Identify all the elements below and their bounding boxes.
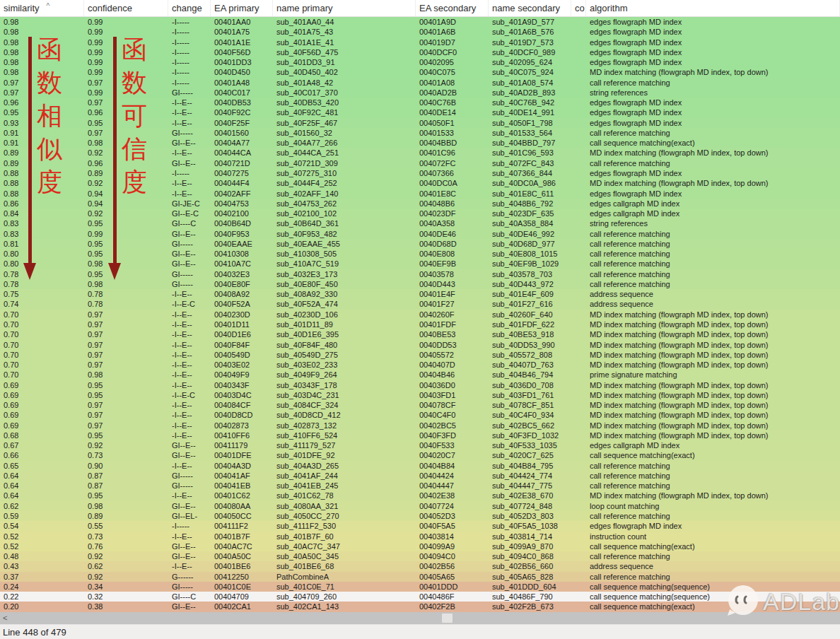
comments-cell	[571, 561, 586, 571]
ea-secondary-cell: 00403814	[416, 532, 489, 541]
table-row[interactable]: 0.800.98GI--E--00410A7Csub_410A7C_519004…	[0, 259, 840, 269]
ea-secondary-cell: 00401FDF	[416, 320, 489, 329]
table-row[interactable]: 0.700.98-I--E--004049F9sub_4049F9_264004…	[0, 370, 840, 380]
ea-secondary-cell: 0040486F	[416, 592, 489, 602]
ea-primary-cell: 00401A75	[211, 27, 273, 37]
column-header-name-primary[interactable]: name primary	[273, 0, 416, 16]
ea-secondary-cell: 00401F27	[416, 299, 489, 309]
table-row[interactable]: 0.670.92GI--E--00411179sub_411179_527004…	[0, 440, 840, 450]
table-row[interactable]: 0.840.92GI--E-C00402100sub_402100_102004…	[0, 209, 840, 218]
table-row[interactable]: 0.200.38GI--E--00402CA1sub_402CA1_143004…	[0, 602, 840, 611]
ea-secondary-cell: 004023DF	[416, 209, 489, 218]
table-row[interactable]: 0.860.94GI-JE-C00404753sub_404753_262004…	[0, 199, 840, 209]
table-row[interactable]: 0.430.62-I--E--00401BE6sub_401BE6_680040…	[0, 561, 840, 571]
ea-secondary-cell: 00402B56	[416, 561, 489, 571]
similarity-cell: 0.64	[0, 481, 84, 491]
table-row[interactable]: 0.590.89GI--EL-004050CCsub_4050CC_270004…	[0, 511, 840, 521]
name-primary-cell: sub_40F953_482	[273, 229, 416, 239]
table-row[interactable]: 0.740.78-I--E-C0040F52Asub_40F52A_474004…	[0, 299, 840, 309]
table-row[interactable]: 0.690.97-I--E--004084CFsub_4084CF_324004…	[0, 400, 840, 410]
table-row[interactable]: 0.700.97-I--E--00403E02sub_403E02_233004…	[0, 360, 840, 370]
change-cell: GI--E--	[168, 602, 211, 611]
column-header-ea-primary[interactable]: EA primary	[211, 0, 273, 16]
table-row[interactable]: 0.480.92GI--E--0040A50Csub_40A50C_345004…	[0, 551, 840, 561]
confidence-cell: 0.97	[84, 400, 168, 410]
scroll-left-arrow-icon[interactable]: <	[3, 613, 7, 623]
table-row[interactable]: 0.810.95GI-----0040EAAEsub_40EAAE_455004…	[0, 239, 840, 249]
table-row[interactable]: 0.520.73-I--E--00401B7Fsub_401B7F_600040…	[0, 532, 840, 541]
name-primary-cell: sub_401BE6_68	[273, 561, 416, 571]
change-cell: GI--E--	[168, 551, 211, 561]
algorithm-cell: call sequence matching(sequence)	[586, 582, 840, 592]
table-row[interactable]: 0.640.95-I--E--00401C62sub_401C62_780040…	[0, 491, 840, 500]
algorithm-cell: MD index matching (flowgraph MD index, t…	[586, 410, 840, 420]
table-row[interactable]: 0.800.95GI--E--00410308sub_410308_505004…	[0, 249, 840, 259]
similarity-cell: 0.70	[0, 310, 84, 320]
change-cell: -I--E--	[168, 118, 211, 128]
table-row[interactable]: 0.370.92G------00412250PathCombineA00405…	[0, 572, 840, 582]
horizontal-scrollbar[interactable]: <	[0, 612, 840, 624]
column-header-name-secondary[interactable]: name secondary	[489, 0, 571, 16]
table-row[interactable]: 0.540.55-I-----004111F2sub_4111F2_530004…	[0, 521, 840, 531]
table-row[interactable]: 0.780.98GI-----0040E80Fsub_40E80F_450004…	[0, 279, 840, 289]
table-row[interactable]: 0.700.97-I--E--0040F84Fsub_40F84F_480004…	[0, 340, 840, 350]
column-header-confidence[interactable]: confidence	[84, 0, 168, 16]
table-row[interactable]: 0.650.90-I--E--00404A3Dsub_404A3D_265004…	[0, 461, 840, 471]
ea-primary-cell: 00401AA0	[211, 17, 273, 27]
table-row[interactable]: 0.830.95GI----C0040B64Dsub_40B64D_361004…	[0, 218, 840, 228]
column-header-change[interactable]: change	[168, 0, 211, 16]
table-row[interactable]: 0.520.76GI--E--0040AC7Csub_40AC7C_347004…	[0, 541, 840, 551]
comments-cell	[571, 138, 586, 148]
change-cell: -I--E--	[168, 491, 211, 500]
table-row[interactable]: 0.700.97-I--E--0040549Dsub_40549D_275004…	[0, 350, 840, 360]
column-header-ea-secondary[interactable]: EA secondary	[416, 0, 489, 16]
similarity-cell: 0.80	[0, 249, 84, 259]
algorithm-cell: MD index matching (flowgraph MD index, t…	[586, 148, 840, 158]
ea-primary-cell: 0040D1E6	[211, 329, 273, 339]
column-header-comments[interactable]: co	[571, 0, 586, 16]
table-row[interactable]: 0.830.99GI--E--0040F953sub_40F953_482004…	[0, 229, 840, 239]
algorithm-cell: MD index matching (flowgraph MD index, t…	[586, 178, 840, 188]
change-cell: GI-----	[168, 128, 211, 138]
table-row[interactable]: 0.690.95-I--E--0040343Fsub_40343F_178004…	[0, 380, 840, 390]
table-row[interactable]: 0.660.73GI--E--00401DFEsub_401DFE_920040…	[0, 450, 840, 460]
table-row[interactable]: 0.690.97-I--E--00402873sub_402873_132004…	[0, 421, 840, 430]
change-cell: -I--E--	[168, 410, 211, 420]
column-header-algorithm[interactable]: algorithm	[586, 0, 840, 16]
table-row[interactable]: 0.690.97-I--E--0040D8CDsub_40D8CD_412004…	[0, 410, 840, 420]
column-header-similarity[interactable]: similarity ^	[0, 0, 84, 16]
name-primary-cell: sub_40721D_309	[273, 158, 416, 168]
table-row[interactable]: 0.750.78-I--E--00408A92sub_408A92_330004…	[0, 289, 840, 299]
status-line-indicator: Line 448 of 479	[3, 627, 66, 638]
similarity-cell: 0.65	[0, 461, 84, 471]
ea-secondary-cell: 0040AD2B	[416, 88, 489, 98]
table-row[interactable]: 0.640.87GI-----004041EBsub_4041EB_245004…	[0, 481, 840, 491]
table-row[interactable]: 0.690.95-I--E-C00403D4Csub_403D4C_231004…	[0, 390, 840, 400]
algorithm-cell: MD index matching (flowgraph MD index, t…	[586, 310, 840, 320]
ea-primary-cell: 00404709	[211, 592, 273, 602]
table-row[interactable]: 0.680.95-I--E--00410FF6sub_410FF6_524004…	[0, 430, 840, 440]
comments-cell	[571, 249, 586, 259]
table-row[interactable]: 0.220.32GI----C00404709sub_404709_260004…	[0, 592, 840, 602]
ea-secondary-cell: 00405A65	[416, 572, 489, 582]
name-secondary-cell: sub_4050F1_798	[489, 118, 571, 128]
table-row[interactable]: 0.980.99-I-----00401AA0sub_401AA0_440040…	[0, 17, 840, 27]
table-row[interactable]: 0.620.98GI--E--004080AAsub_4080AA_321004…	[0, 501, 840, 511]
comments-cell	[571, 239, 586, 249]
table-row[interactable]: 0.240.34GI-----00401C0Esub_401C0E_710040…	[0, 582, 840, 592]
table-row[interactable]: 0.780.95GI-----004032E3sub_4032E3_173004…	[0, 269, 840, 279]
horizontal-scrollbar-thumb[interactable]	[442, 614, 453, 623]
table-row[interactable]: 0.640.87GI-----004041AFsub_4041AF_244004…	[0, 471, 840, 481]
table-row[interactable]: 0.700.97-I--E--00401D11sub_401D11_890040…	[0, 320, 840, 329]
ea-secondary-cell: 004099A9	[416, 541, 489, 551]
comments-cell	[571, 421, 586, 430]
table-row[interactable]: 0.700.97-I--E--0040230Dsub_40230D_106004…	[0, 310, 840, 320]
ea-primary-cell: 0040B64D	[211, 218, 273, 228]
name-primary-cell: sub_4041AF_244	[273, 471, 416, 481]
name-primary-cell: sub_404A77_266	[273, 138, 416, 148]
confidence-cell: 0.32	[84, 592, 168, 602]
ea-secondary-cell: 0040C075	[416, 67, 489, 77]
table-row[interactable]: 0.700.97-I--E--0040D1E6sub_40D1E6_395004…	[0, 329, 840, 339]
similarity-cell: 0.86	[0, 199, 84, 209]
similarity-cell: 0.78	[0, 269, 84, 279]
